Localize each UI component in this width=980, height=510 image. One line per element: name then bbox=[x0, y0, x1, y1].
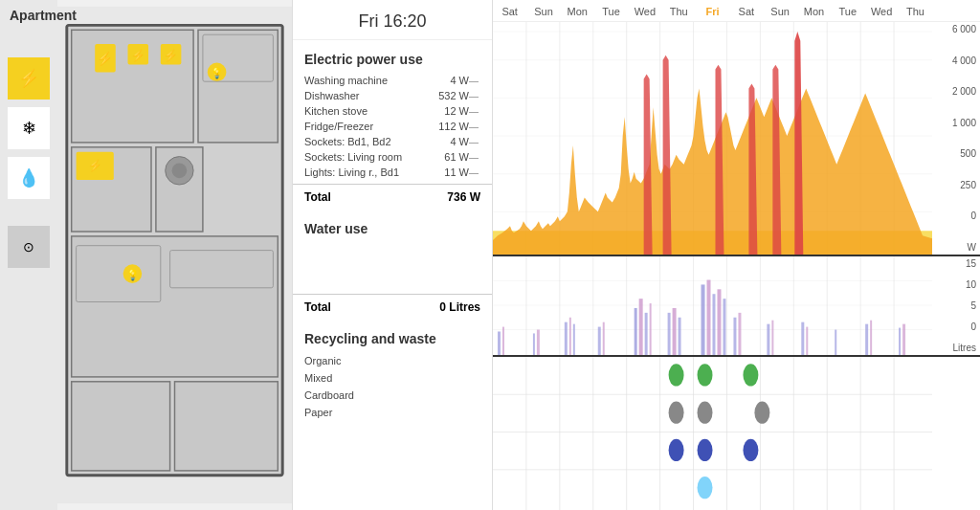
svg-rect-69 bbox=[533, 333, 535, 355]
svg-rect-94 bbox=[835, 330, 836, 355]
water-total-value: 0 Litres bbox=[439, 300, 480, 314]
electric-value-2: 12 W bbox=[421, 105, 469, 117]
electric-label-4: Sockets: Bd1, Bd2 bbox=[304, 136, 421, 147]
floor-plan-panel: Apartment ⚡ ❄ 💧 ⊙ bbox=[0, 0, 292, 510]
sidebar-icon-wash[interactable]: ⊙ bbox=[8, 226, 50, 268]
svg-rect-91 bbox=[771, 321, 773, 355]
svg-rect-8 bbox=[175, 382, 278, 471]
waste-label-organic: Organic bbox=[304, 355, 342, 366]
power-y-1000: 1 000 bbox=[936, 118, 976, 128]
svg-rect-85 bbox=[713, 294, 716, 355]
power-y-axis: 6 000 4 000 2 000 1 000 500 250 0 W bbox=[932, 22, 980, 255]
sidebar-icon-water[interactable]: 💧 bbox=[8, 157, 50, 199]
water-chart-svg bbox=[493, 256, 932, 355]
electric-total-label: Total bbox=[304, 190, 331, 204]
day-mon-2: Mon bbox=[797, 6, 831, 17]
svg-point-120 bbox=[669, 439, 684, 461]
waste-chart-section bbox=[493, 357, 980, 510]
waste-row-mixed: Mixed bbox=[293, 369, 492, 387]
electric-value-6: 11 W bbox=[421, 166, 469, 178]
svg-rect-78 bbox=[645, 313, 648, 355]
water-y-0: 0 bbox=[936, 322, 976, 332]
svg-point-119 bbox=[754, 402, 769, 424]
svg-rect-96 bbox=[870, 321, 872, 355]
svg-point-114 bbox=[669, 364, 684, 386]
electric-indicator-2: — bbox=[469, 106, 480, 117]
svg-rect-84 bbox=[707, 280, 711, 355]
day-sat-1: Sat bbox=[493, 6, 526, 17]
electric-value-4: 4 W bbox=[421, 136, 469, 147]
svg-rect-72 bbox=[569, 318, 571, 355]
water-chart-section: 15 10 5 0 Litres bbox=[493, 256, 980, 357]
water-section-title: Water use bbox=[293, 210, 492, 242]
svg-rect-79 bbox=[650, 303, 652, 355]
svg-text:⚡: ⚡ bbox=[88, 159, 102, 172]
svg-point-122 bbox=[743, 439, 758, 461]
svg-rect-82 bbox=[679, 318, 681, 355]
electric-indicator-5: — bbox=[469, 152, 480, 163]
waste-chart-svg bbox=[493, 357, 932, 510]
electric-value-3: 112 W bbox=[421, 121, 469, 132]
electric-row-0: Washing machine 4 W — bbox=[293, 73, 492, 88]
svg-text:⚡: ⚡ bbox=[164, 49, 178, 62]
electric-indicator-6: — bbox=[469, 167, 480, 178]
day-fri: Fri bbox=[696, 6, 729, 17]
svg-rect-3 bbox=[198, 30, 278, 143]
svg-rect-73 bbox=[573, 324, 575, 355]
svg-rect-88 bbox=[733, 318, 736, 355]
sidebar-icon-freeze[interactable]: ❄ bbox=[8, 107, 50, 149]
data-panel: Fri 16:20 Electric power use Washing mac… bbox=[292, 0, 493, 510]
svg-rect-93 bbox=[806, 327, 808, 355]
electric-row-5: Sockets: Living room 61 W — bbox=[293, 149, 492, 165]
apartment-title: Apartment bbox=[10, 8, 77, 23]
electric-label-5: Sockets: Living room bbox=[304, 151, 421, 163]
svg-text:💡: 💡 bbox=[211, 67, 224, 79]
svg-text:💡: 💡 bbox=[126, 269, 140, 281]
water-y-15: 15 bbox=[936, 258, 976, 269]
electric-total-value: 736 W bbox=[447, 190, 480, 204]
electric-indicator-3: — bbox=[469, 122, 480, 132]
power-y-6000: 6 000 bbox=[936, 24, 976, 34]
timeline-header: Sat Sun Mon Tue Wed Thu Fri Sat Sun Mon … bbox=[493, 0, 980, 22]
svg-rect-77 bbox=[639, 299, 643, 355]
day-thu-2: Thu bbox=[899, 6, 932, 17]
electric-row-1: Dishwasher 532 W — bbox=[293, 88, 492, 103]
power-y-250: 250 bbox=[936, 180, 976, 190]
svg-text:⚡: ⚡ bbox=[97, 51, 114, 67]
floor-plan-svg: ⚡ ⚡ ⚡ ⚡ 💡 💡 bbox=[57, 0, 292, 510]
waste-chart-area bbox=[493, 357, 932, 510]
electric-row-6: Lights: Living r., Bd1 11 W — bbox=[293, 165, 492, 180]
sidebar-icon-electric[interactable]: ⚡ bbox=[8, 57, 50, 100]
svg-rect-75 bbox=[603, 322, 605, 355]
electric-section-title: Electric power use bbox=[293, 40, 492, 73]
waste-section-title: Recycling and waste bbox=[293, 320, 492, 352]
svg-rect-76 bbox=[635, 308, 637, 355]
day-sun-2: Sun bbox=[764, 6, 797, 17]
svg-text:⚡: ⚡ bbox=[131, 49, 145, 62]
svg-rect-92 bbox=[801, 322, 804, 355]
svg-point-117 bbox=[669, 402, 684, 424]
svg-rect-74 bbox=[598, 327, 601, 355]
day-sat-2: Sat bbox=[729, 6, 763, 17]
electric-value-0: 4 W bbox=[421, 75, 469, 86]
charts-panel: Sat Sun Mon Tue Wed Thu Fri Sat Sun Mon … bbox=[493, 0, 980, 510]
power-y-unit: W bbox=[936, 242, 976, 253]
waste-row-cardboard: Cardboard bbox=[293, 387, 492, 404]
waste-label-paper: Paper bbox=[304, 407, 332, 418]
power-y-2000: 2 000 bbox=[936, 86, 976, 97]
svg-point-115 bbox=[698, 364, 713, 386]
electric-row-4: Sockets: Bd1, Bd2 4 W — bbox=[293, 134, 492, 149]
svg-rect-67 bbox=[498, 331, 501, 355]
electric-label-0: Washing machine bbox=[304, 75, 421, 86]
svg-rect-90 bbox=[767, 324, 769, 355]
svg-point-116 bbox=[743, 364, 758, 386]
day-wed-2: Wed bbox=[864, 6, 898, 17]
day-tue-2: Tue bbox=[831, 6, 864, 17]
svg-rect-95 bbox=[865, 324, 868, 355]
electric-indicator-0: — bbox=[469, 76, 480, 86]
water-total-row: Total 0 Litres bbox=[293, 294, 492, 320]
electric-label-1: Dishwasher bbox=[304, 90, 421, 101]
power-chart-section: 6 000 4 000 2 000 1 000 500 250 0 W bbox=[493, 22, 980, 256]
power-chart-svg bbox=[493, 22, 932, 255]
electric-indicator-4: — bbox=[469, 137, 480, 147]
